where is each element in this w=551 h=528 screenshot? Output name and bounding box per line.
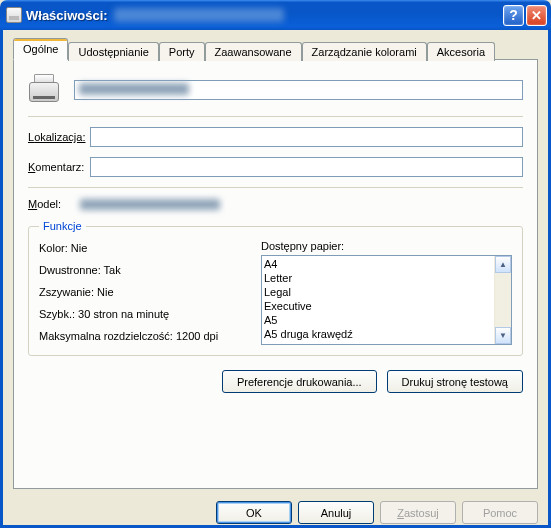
- printer-name-input[interactable]: [74, 80, 523, 100]
- available-paper-label: Dostępny papier:: [261, 240, 512, 252]
- window-title: Właściwości:: [26, 8, 108, 23]
- help-window-button[interactable]: ?: [503, 5, 524, 26]
- tab-advanced[interactable]: Zaawansowane: [205, 42, 302, 61]
- title-blurred-name: [114, 8, 284, 22]
- help-button[interactable]: Pomoc: [462, 501, 538, 524]
- model-label: Model:: [28, 198, 80, 210]
- divider-2: [28, 187, 523, 188]
- apply-button[interactable]: Zastosuj: [380, 501, 456, 524]
- list-item[interactable]: A4: [264, 257, 492, 271]
- printing-preferences-button[interactable]: Preferencje drukowania...: [222, 370, 377, 393]
- feature-duplex: Dwustronne: Tak: [39, 264, 249, 276]
- feature-resolution: Maksymalna rozdzielczość: 1200 dpi: [39, 330, 249, 342]
- scroll-down-icon[interactable]: ▼: [495, 327, 511, 344]
- features-legend: Funkcje: [39, 220, 86, 232]
- list-item[interactable]: Letter: [264, 271, 492, 285]
- tab-general[interactable]: Ogólne: [13, 38, 68, 60]
- ok-button[interactable]: OK: [216, 501, 292, 524]
- cancel-button[interactable]: Anuluj: [298, 501, 374, 524]
- comment-input[interactable]: [90, 157, 523, 177]
- tab-color-management[interactable]: Zarządzanie kolorami: [302, 42, 427, 61]
- printer-title-icon: [6, 7, 22, 23]
- scrollbar[interactable]: ▲ ▼: [494, 256, 511, 344]
- divider: [28, 116, 523, 117]
- tab-ports[interactable]: Porty: [159, 42, 205, 61]
- list-item[interactable]: A5 druga krawędź: [264, 327, 492, 341]
- close-window-button[interactable]: ✕: [526, 5, 547, 26]
- tab-sharing[interactable]: Udostępnianie: [68, 42, 158, 61]
- location-input[interactable]: [90, 127, 523, 147]
- list-item[interactable]: A5: [264, 313, 492, 327]
- available-paper-list[interactable]: A4 Letter Legal Executive A5 A5 druga kr…: [261, 255, 512, 345]
- list-item[interactable]: Legal: [264, 285, 492, 299]
- scroll-up-icon[interactable]: ▲: [495, 256, 511, 273]
- feature-staple: Zszywanie: Nie: [39, 286, 249, 298]
- titlebar: Właściwości: ? ✕: [0, 0, 551, 30]
- print-test-page-button[interactable]: Drukuj stronę testową: [387, 370, 523, 393]
- comment-label: Komentarz:: [28, 161, 90, 173]
- printer-icon: [28, 74, 60, 106]
- feature-speed: Szybk.: 30 stron na minutę: [39, 308, 249, 320]
- tabstrip: Ogólne Udostępnianie Porty Zaawansowane …: [13, 38, 538, 60]
- list-item[interactable]: Executive: [264, 299, 492, 313]
- tab-panel-general: Lokalizacja: Komentarz: Model: Funkcje K…: [13, 59, 538, 489]
- model-value-blurred: [80, 199, 220, 210]
- feature-color: Kolor: Nie: [39, 242, 249, 254]
- tab-accessories[interactable]: Akcesoria: [427, 42, 495, 61]
- features-group: Funkcje Kolor: Nie Dwustronne: Tak Zszyw…: [28, 220, 523, 356]
- dialog-frame: Ogólne Udostępnianie Porty Zaawansowane …: [0, 30, 551, 528]
- location-label: Lokalizacja:: [28, 131, 90, 143]
